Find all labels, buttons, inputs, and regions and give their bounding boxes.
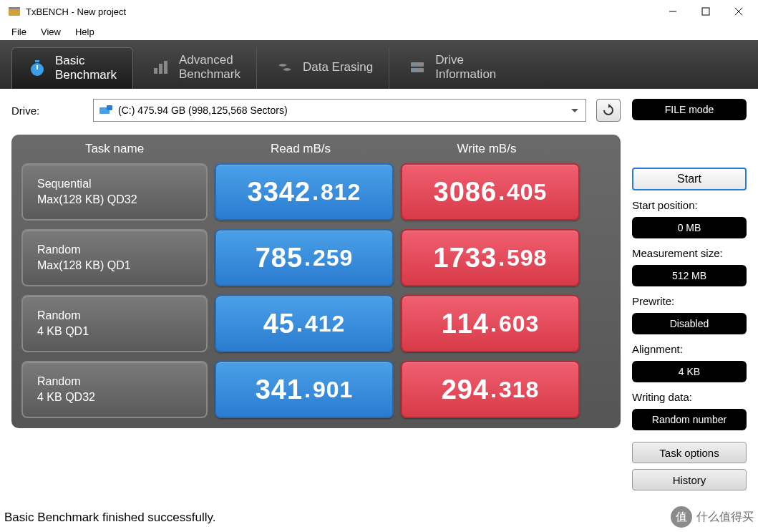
- erase-icon: [276, 58, 294, 77]
- prewrite-button[interactable]: Disabled: [632, 313, 747, 334]
- maximize-button[interactable]: [689, 0, 722, 23]
- bars-icon: [152, 58, 170, 77]
- drive-icon: [408, 58, 427, 77]
- history-button[interactable]: History: [632, 469, 747, 490]
- status-bar: Basic Benchmark finished successfully.: [4, 511, 215, 525]
- svg-rect-17: [107, 105, 112, 110]
- file-mode-button[interactable]: FILE mode: [632, 99, 747, 120]
- app-icon: [7, 4, 21, 19]
- svg-rect-9: [154, 68, 157, 74]
- header-task: Task name: [21, 142, 208, 156]
- read-value: 341.901: [215, 361, 394, 418]
- menu-file[interactable]: File: [4, 25, 34, 39]
- menu-bar: File View Help: [0, 23, 758, 40]
- menu-view[interactable]: View: [34, 25, 68, 39]
- prewrite-label: Prewrite:: [632, 295, 747, 307]
- svg-rect-7: [35, 60, 39, 62]
- read-value: 785.259: [215, 229, 394, 286]
- alignment-label: Alignment:: [632, 343, 747, 355]
- refresh-icon: [602, 104, 615, 117]
- start-position-label: Start position:: [632, 199, 747, 211]
- svg-rect-1: [9, 7, 20, 9]
- result-row: Random4 KB QD32 341.901 294.318: [21, 361, 611, 418]
- measurement-size-label: Measurement size:: [632, 247, 747, 259]
- close-button[interactable]: [722, 0, 755, 23]
- tab-advanced-benchmark[interactable]: AdvancedBenchmark: [136, 47, 257, 89]
- result-row: SequentialMax(128 KB) QD32 3342.812 3086…: [21, 163, 611, 221]
- task-options-button[interactable]: Task options: [632, 442, 747, 463]
- writing-data-label: Writing data:: [632, 391, 747, 403]
- svg-rect-3: [702, 8, 709, 15]
- results-panel: Task name Read mB/s Write mB/s Sequentia…: [11, 135, 621, 428]
- tab-bar: BasicBenchmark AdvancedBenchmark Data Er…: [0, 40, 758, 89]
- write-value: 3086.405: [401, 163, 580, 221]
- stopwatch-icon: [28, 59, 47, 77]
- refresh-button[interactable]: [596, 99, 621, 122]
- alignment-button[interactable]: 4 KB: [632, 361, 747, 382]
- watermark: 值 什么值得买: [671, 506, 754, 528]
- start-position-button[interactable]: 0 MB: [632, 217, 747, 238]
- svg-point-14: [413, 64, 415, 66]
- menu-help[interactable]: Help: [68, 25, 102, 39]
- write-value: 114.603: [401, 295, 580, 352]
- start-button[interactable]: Start: [632, 168, 747, 190]
- minimize-button[interactable]: [656, 0, 689, 23]
- tab-data-erasing[interactable]: Data Erasing: [260, 47, 389, 89]
- drive-value: (C:) 475.94 GB (998,125,568 Sectors): [118, 105, 288, 116]
- measurement-size-button[interactable]: 512 MB: [632, 265, 747, 286]
- read-value: 45.412: [215, 295, 394, 352]
- writing-data-button[interactable]: Random number: [632, 409, 747, 430]
- result-row: Random4 KB QD1 45.412 114.603: [21, 295, 611, 352]
- task-name: Random4 KB QD32: [21, 361, 208, 418]
- watermark-text: 什么值得买: [696, 510, 754, 525]
- hdd-icon: [99, 105, 112, 115]
- drive-label: Drive:: [11, 105, 83, 117]
- result-row: RandomMax(128 KB) QD1 785.259 1733.598: [21, 229, 611, 286]
- write-value: 1733.598: [401, 229, 580, 286]
- drive-select[interactable]: (C:) 475.94 GB (998,125,568 Sectors): [93, 99, 586, 122]
- header-write: Write mB/s: [394, 142, 580, 156]
- tab-basic-benchmark[interactable]: BasicBenchmark: [11, 47, 133, 89]
- window-title: TxBENCH - New project: [26, 6, 656, 17]
- task-name: SequentialMax(128 KB) QD32: [21, 163, 208, 221]
- header-read: Read mB/s: [208, 142, 394, 156]
- svg-rect-11: [164, 61, 167, 74]
- write-value: 294.318: [401, 361, 580, 418]
- svg-rect-10: [159, 64, 162, 74]
- read-value: 3342.812: [215, 163, 394, 221]
- task-name: Random4 KB QD1: [21, 295, 208, 352]
- tab-drive-information[interactable]: DriveInformation: [392, 47, 512, 89]
- svg-point-15: [413, 69, 415, 72]
- svg-rect-0: [9, 9, 20, 16]
- task-name: RandomMax(128 KB) QD1: [21, 229, 208, 286]
- watermark-badge: 值: [671, 506, 692, 528]
- side-panel: FILE mode Start Start position: 0 MB Mea…: [632, 99, 747, 490]
- title-bar: TxBENCH - New project: [0, 0, 758, 23]
